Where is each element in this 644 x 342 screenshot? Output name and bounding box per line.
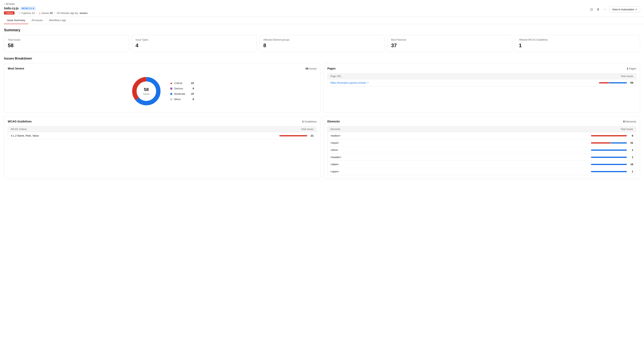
wcag-col-criteria: WCAG Criteria bbox=[11, 128, 26, 131]
card-affected-label: Affected Element groups bbox=[264, 38, 381, 41]
wcag-bar-red bbox=[279, 135, 307, 136]
tab-issue-summary[interactable]: Issue Summary bbox=[4, 17, 28, 24]
breakdown-title: Issues Breakdown bbox=[4, 57, 640, 60]
elements-card: Elements 8 Elements Elements Total Issue… bbox=[324, 116, 640, 179]
element-label-button: <button> bbox=[330, 134, 340, 137]
pages-count: 1 Pages bbox=[627, 67, 636, 70]
card-total-issues-label: Total Issues bbox=[8, 38, 125, 41]
element-count-5: 1 bbox=[629, 170, 633, 173]
tab-workflow-logs[interactable]: Workflow Logs bbox=[46, 17, 69, 24]
element-row-right-3: 1 bbox=[591, 156, 633, 159]
serious-icon bbox=[170, 88, 172, 90]
back-link[interactable]: ‹ All tests bbox=[4, 2, 88, 5]
card-wcag-label: Affected WCAG Guidelines bbox=[519, 38, 636, 41]
element-row-span: <span> 1 bbox=[328, 168, 636, 175]
pages-col-issues: Total Issues bbox=[621, 75, 633, 78]
most-severe-card: Most Severe 58 Issues bbox=[4, 63, 320, 113]
wcag-card: WCAG Guidelines 1 Guidelines WCAG Criter… bbox=[4, 116, 320, 179]
top-bar: ‹ All tests todo.cy.js WCAG 2.1 A Critic… bbox=[0, 0, 644, 17]
element-row-right-4: 16 bbox=[591, 163, 633, 166]
legend-serious: Serious 0 bbox=[170, 87, 194, 90]
element-bar-5 bbox=[591, 171, 627, 172]
pages-col-url: Page URL bbox=[330, 75, 341, 78]
element-count-1: 31 bbox=[629, 141, 633, 144]
wcag-table-header: WCAG Criteria Total Issues bbox=[8, 126, 316, 132]
download-button[interactable]: ⬇ bbox=[596, 7, 600, 12]
card-total-issues: Total Issues 58 bbox=[4, 35, 129, 52]
bar-blue-4 bbox=[591, 164, 627, 165]
most-severe-title: Most Severe bbox=[8, 67, 24, 70]
page-url-link[interactable]: https://example.cypress.io/todo ↗ bbox=[330, 81, 369, 84]
pages-table: Page URL Total Issues https://example.cy… bbox=[328, 73, 636, 86]
element-count-0: 6 bbox=[629, 134, 633, 137]
element-row-right-2: 1 bbox=[591, 149, 633, 152]
elements-header: Elements 8 Elements bbox=[328, 120, 636, 123]
legend-minor-count: 0 bbox=[192, 98, 194, 101]
wcag-row-label: 4.1.2 Name, Role, Value bbox=[11, 134, 39, 137]
element-bar-4 bbox=[591, 164, 627, 165]
element-bar-1 bbox=[591, 142, 627, 144]
donut-center-num: 58 bbox=[143, 87, 150, 92]
wcag-header: WCAG Guidelines 1 Guidelines bbox=[8, 120, 316, 123]
legend-critical-label: Critical bbox=[174, 82, 185, 85]
element-row-input: <input> 31 bbox=[328, 139, 636, 147]
element-row-label: <label> 16 bbox=[328, 161, 636, 168]
element-label-label: <label> bbox=[330, 163, 339, 166]
runner-label: Cypress 10 bbox=[22, 11, 35, 14]
summary-title: Summary bbox=[4, 28, 640, 32]
legend-moderate-label: Moderate bbox=[174, 92, 185, 95]
donut-section: 58 Issues Critical 21 Serious 0 bbox=[8, 73, 316, 109]
runner-icon: ⬡ bbox=[19, 11, 21, 14]
elements-table: Elements Total Issues <button> 6 <input> bbox=[328, 126, 636, 175]
more-button[interactable]: ··· bbox=[602, 7, 607, 12]
element-label-span: <span> bbox=[330, 170, 339, 173]
page-url: https://example.cypress.io/todo ↗ bbox=[330, 81, 369, 84]
element-row-right-0: 6 bbox=[591, 134, 633, 137]
element-row-button: <button> 6 bbox=[328, 132, 636, 139]
view-automation-label: View in Automation bbox=[612, 8, 634, 11]
element-label-html: <html> bbox=[330, 149, 338, 152]
wcag-row-right: 21 bbox=[279, 134, 314, 137]
elements-table-header: Elements Total Issues bbox=[328, 126, 636, 132]
bar-blue-2 bbox=[591, 150, 627, 151]
card-wcag-value: 1 bbox=[519, 42, 636, 49]
wcag-row-count: 21 bbox=[310, 134, 314, 137]
title-row: todo.cy.js WCAG 2.1 A bbox=[4, 6, 88, 10]
element-label-header: <header> bbox=[330, 156, 342, 159]
legend-critical-count: 21 bbox=[191, 82, 194, 85]
card-best-practices: Best Practices 37 bbox=[387, 35, 512, 52]
pages-bar-blue bbox=[609, 82, 627, 83]
main-content: Summary Total Issues 58 Issue Types 4 Af… bbox=[0, 24, 644, 183]
view-automation-button[interactable]: View in Automation ↗ bbox=[609, 6, 640, 12]
issues-count: 58 bbox=[50, 11, 53, 14]
share-button[interactable]: ⊡ bbox=[589, 7, 594, 12]
pages-row-0: https://example.cypress.io/todo ↗ 58 bbox=[328, 79, 636, 86]
dot-sep-1: • bbox=[16, 11, 17, 14]
card-best-practices-label: Best Practices bbox=[391, 38, 508, 41]
element-row-html: <html> 1 bbox=[328, 147, 636, 154]
wcag-col-issues: Total Issues bbox=[301, 128, 314, 131]
card-wcag-guidelines: Affected WCAG Guidelines 1 bbox=[515, 35, 640, 52]
element-bar-3 bbox=[591, 157, 627, 158]
legend: Critical 21 Serious 0 Moderate 37 bbox=[170, 82, 194, 101]
legend-serious-label: Serious bbox=[174, 87, 186, 90]
legend-serious-count: 0 bbox=[192, 87, 194, 90]
external-link-icon: ↗ bbox=[635, 8, 637, 11]
tab-all-issues[interactable]: All Issues bbox=[28, 17, 46, 24]
moderate-icon bbox=[170, 93, 172, 95]
wcag-bar bbox=[279, 135, 307, 136]
element-bar-2 bbox=[591, 150, 627, 151]
bar-red-0 bbox=[591, 135, 627, 136]
issues-label: Issues bbox=[42, 11, 49, 14]
card-affected-element-groups: Affected Element groups 8 bbox=[260, 35, 384, 52]
element-row-right-5: 1 bbox=[591, 170, 633, 173]
tabs: Issue Summary All Issues Workflow Logs bbox=[0, 17, 644, 24]
element-count-2: 1 bbox=[629, 149, 633, 152]
severity-badge: Critical bbox=[4, 11, 14, 14]
card-issue-types-label: Issue Types bbox=[136, 38, 253, 41]
element-row-header: <header> 1 bbox=[328, 154, 636, 161]
legend-critical: Critical 21 bbox=[170, 82, 194, 85]
top-bar-right: ⊡ ⬇ ··· View in Automation ↗ bbox=[589, 6, 640, 12]
card-total-issues-value: 58 bbox=[8, 42, 125, 49]
issues-meta: △ Issues 58 bbox=[39, 11, 53, 14]
